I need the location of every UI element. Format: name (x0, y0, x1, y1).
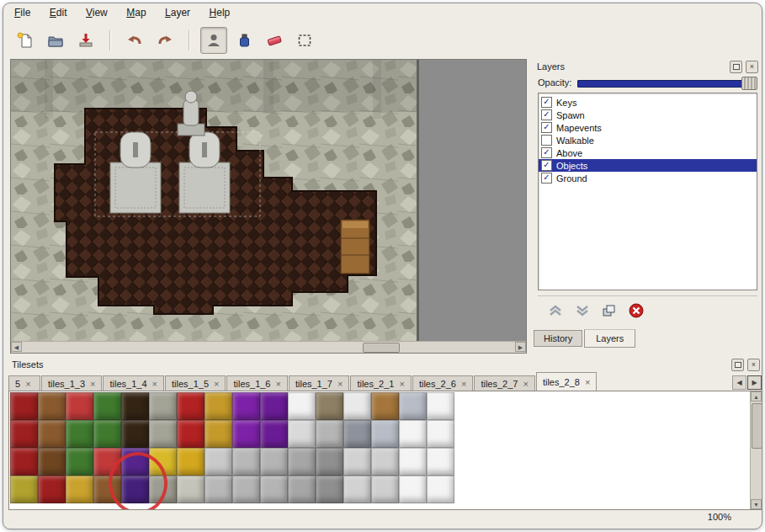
tileset-tile[interactable] (399, 392, 427, 420)
tileset-tab-tiles_2_8[interactable]: tiles_2_8 × (536, 372, 597, 391)
panel-close-button[interactable]: × (747, 359, 760, 371)
tileset-tile[interactable] (38, 420, 66, 448)
close-tab-icon[interactable]: × (214, 380, 219, 388)
tileset-tile[interactable] (10, 448, 38, 476)
close-tab-icon[interactable]: × (399, 380, 404, 388)
scroll-up-icon[interactable]: ▲ (751, 391, 762, 402)
tileset-tile[interactable] (66, 420, 93, 448)
close-tab-icon[interactable]: × (523, 380, 528, 388)
delete-layer-button[interactable] (627, 302, 645, 319)
close-tab-icon[interactable]: × (152, 380, 157, 388)
panel-close-button[interactable]: × (746, 61, 758, 73)
move-layer-down-button[interactable] (573, 302, 592, 319)
tileset-tile[interactable] (93, 420, 121, 448)
tileset-tab-5[interactable]: 5 × (8, 375, 40, 391)
tileset-tile[interactable] (427, 392, 454, 420)
tileset-tile[interactable] (149, 476, 177, 503)
tileset-tile[interactable] (288, 476, 316, 503)
tileset-tile[interactable] (260, 392, 288, 420)
tileset-tile[interactable] (121, 476, 149, 503)
close-tab-icon[interactable]: × (25, 380, 30, 388)
tileset-tile[interactable] (399, 420, 427, 448)
close-tab-icon[interactable]: × (276, 380, 281, 388)
select-tool-button[interactable] (291, 27, 318, 54)
tileset-tile[interactable] (149, 420, 177, 448)
tileset-tile[interactable] (93, 476, 121, 503)
layer-row-above[interactable]: ✓ Above (539, 146, 757, 159)
layer-checkbox[interactable]: ✓ (541, 109, 552, 120)
tileset-tile[interactable] (343, 420, 371, 448)
tabs-scroll-left-button[interactable]: ◀ (732, 375, 746, 390)
save-button[interactable] (72, 27, 99, 54)
new-file-button[interactable] (12, 27, 39, 54)
layer-row-spawn[interactable]: ✓ Spawn (539, 109, 757, 121)
fill-tool-button[interactable] (231, 27, 258, 54)
layer-row-keys[interactable]: ✓ Keys (539, 96, 757, 109)
menu-edit[interactable]: Edit (42, 3, 75, 21)
tabs-scroll-right-button[interactable]: ▶ (747, 375, 762, 390)
layer-checkbox[interactable] (541, 135, 552, 146)
tileset-vscroll-thumb[interactable] (752, 403, 762, 449)
tileset-vertical-scrollbar[interactable]: ▲ ▼ (750, 391, 762, 509)
close-tab-icon[interactable]: × (90, 380, 95, 388)
layer-checkbox[interactable]: ✓ (541, 160, 552, 171)
tileset-tile[interactable] (399, 476, 427, 503)
tileset-tile[interactable] (343, 392, 371, 420)
tab-layers[interactable]: Layers (584, 329, 635, 348)
menu-help[interactable]: Help (202, 3, 238, 21)
scroll-left-icon[interactable]: ◀ (11, 342, 22, 352)
tileset-tile[interactable] (371, 420, 399, 448)
tileset-tab-tiles_1_5[interactable]: tiles_1_5 × (165, 375, 226, 391)
layer-row-objects[interactable]: ✓ Objects (539, 159, 757, 172)
tileset-tab-tiles_1_4[interactable]: tiles_1_4 × (103, 375, 163, 391)
tileset-tile[interactable] (121, 392, 149, 420)
tileset-tab-tiles_1_3[interactable]: tiles_1_3 × (41, 375, 102, 391)
opacity-slider-track[interactable] (577, 80, 757, 88)
tileset-tile[interactable] (427, 420, 454, 448)
tileset-tile[interactable] (427, 448, 454, 476)
tileset-tab-tiles_1_6[interactable]: tiles_1_6 × (226, 375, 287, 391)
tileset-tile[interactable] (399, 448, 427, 476)
tileset-tile[interactable] (371, 392, 399, 420)
panel-float-button[interactable] (731, 359, 744, 371)
redo-button[interactable] (151, 27, 178, 54)
tileset-tab-tiles_1_7[interactable]: tiles_1_7 × (289, 375, 349, 391)
panel-float-button[interactable] (730, 61, 742, 73)
tileset-tile[interactable] (10, 476, 38, 503)
tileset-tile[interactable] (38, 476, 66, 503)
layer-row-ground[interactable]: ✓ Ground (539, 172, 757, 184)
tileset-tile[interactable] (371, 448, 399, 476)
opacity-slider[interactable] (577, 76, 757, 89)
layer-checkbox[interactable]: ✓ (541, 97, 552, 108)
layer-row-walkable[interactable]: Walkable (539, 134, 757, 146)
tileset-tile[interactable] (38, 392, 66, 420)
tileset-tile[interactable] (205, 392, 232, 420)
tileset-tile[interactable] (205, 420, 232, 448)
map-hscroll-thumb[interactable] (363, 343, 400, 353)
tileset-tile[interactable] (38, 448, 66, 476)
tab-history[interactable]: History (534, 330, 582, 347)
open-file-button[interactable] (42, 27, 69, 54)
tileset-tile[interactable] (316, 476, 343, 503)
move-layer-up-button[interactable] (546, 302, 565, 319)
map-horizontal-scrollbar[interactable]: ◀ ▶ (11, 341, 526, 353)
scroll-down-icon[interactable]: ▼ (751, 499, 762, 509)
tileset-tile[interactable] (288, 392, 316, 420)
tileset-tile[interactable] (232, 476, 260, 503)
tileset-tile[interactable] (288, 420, 316, 448)
menu-map[interactable]: Map (119, 3, 153, 21)
tileset-tile[interactable] (427, 476, 454, 503)
tileset-tile[interactable] (10, 420, 38, 448)
tileset-tile[interactable] (205, 448, 232, 476)
tileset-tile[interactable] (177, 392, 205, 420)
tileset-tab-tiles_2_7[interactable]: tiles_2_7 × (474, 375, 534, 391)
tileset-tile[interactable] (316, 420, 343, 448)
close-tab-icon[interactable]: × (461, 380, 466, 388)
tileset-tile[interactable] (66, 392, 93, 420)
eraser-tool-button[interactable] (261, 27, 288, 54)
tileset-tile[interactable] (343, 448, 371, 476)
tileset-tab-tiles_2_6[interactable]: tiles_2_6 × (412, 375, 473, 391)
tileset-tile[interactable] (121, 448, 149, 476)
tileset-tile[interactable] (232, 420, 260, 448)
tileset-tile[interactable] (66, 476, 93, 503)
